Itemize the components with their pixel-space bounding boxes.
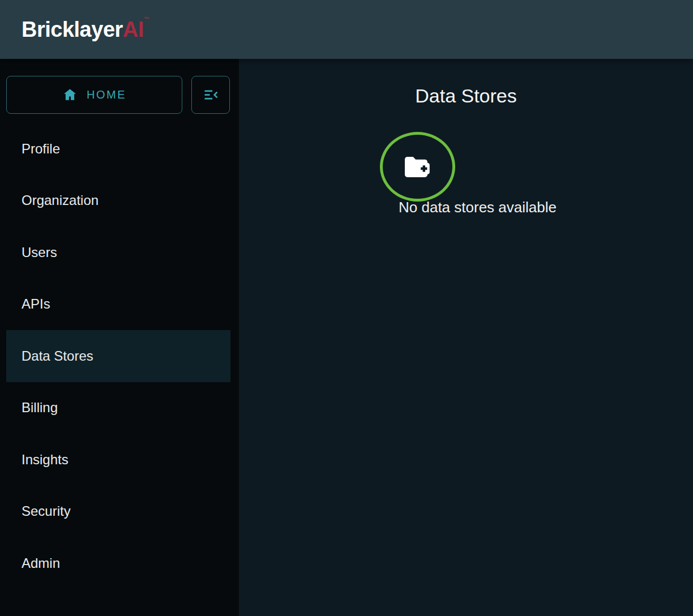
top-header-bar: BricklayerAI™	[0, 0, 693, 59]
sidebar-item-admin[interactable]: Admin	[0, 537, 239, 589]
sidebar-top-actions: HOME	[6, 76, 230, 114]
sidebar-item-label: APIs	[22, 296, 50, 312]
folder-plus-icon	[403, 155, 433, 179]
sidebar-item-users[interactable]: Users	[0, 226, 239, 279]
collapse-sidebar-button[interactable]	[191, 76, 230, 114]
brand-logo-text: Bricklayer	[22, 18, 123, 41]
sidebar-item-label: Admin	[22, 555, 60, 571]
sidebar-item-label: Insights	[22, 452, 69, 468]
sidebar-nav: ProfileOrganizationUsersAPIsData StoresB…	[0, 123, 239, 589]
sidebar-item-data-stores[interactable]: Data Stores	[6, 330, 230, 382]
sidebar: HOME ProfileOrganizationUsersAPIsData St…	[0, 59, 239, 616]
add-data-store-button[interactable]	[380, 132, 455, 202]
sidebar-item-label: Security	[22, 503, 71, 519]
sidebar-item-label: Data Stores	[22, 348, 93, 364]
trademark-symbol: ™	[144, 16, 149, 22]
sidebar-item-label: Billing	[22, 400, 58, 416]
sidebar-item-billing[interactable]: Billing	[0, 382, 239, 434]
sidebar-item-label: Profile	[22, 141, 60, 157]
home-icon	[62, 87, 78, 102]
page-title: Data Stores	[239, 85, 693, 107]
home-button-label: HOME	[87, 88, 126, 101]
main-content: Data Stores No data stores available	[239, 59, 693, 616]
sidebar-item-insights[interactable]: Insights	[0, 434, 239, 486]
sidebar-item-label: Organization	[22, 192, 99, 208]
empty-state-message: No data stores available	[399, 199, 557, 216]
sidebar-item-organization[interactable]: Organization	[0, 175, 239, 227]
collapse-sidebar-icon	[202, 86, 220, 104]
home-button[interactable]: HOME	[6, 76, 182, 114]
sidebar-item-security[interactable]: Security	[0, 486, 239, 538]
sidebar-item-apis[interactable]: APIs	[0, 279, 239, 331]
sidebar-item-label: Users	[22, 245, 57, 260]
sidebar-item-profile[interactable]: Profile	[0, 123, 239, 175]
brand-logo: BricklayerAI™	[22, 19, 149, 40]
brand-logo-suffix: AI	[123, 18, 144, 41]
app-body: HOME ProfileOrganizationUsersAPIsData St…	[0, 59, 693, 616]
